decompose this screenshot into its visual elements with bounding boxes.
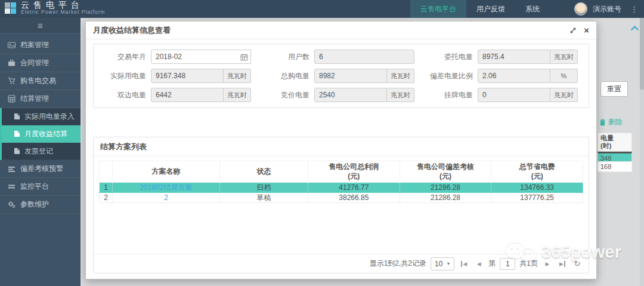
page-size-select[interactable]: 10 ▼ bbox=[431, 257, 454, 270]
chevron-down-icon: ▼ bbox=[446, 262, 450, 266]
nav-item-user-feedback[interactable]: 用户反馈 bbox=[466, 0, 515, 18]
deviation-ratio-input[interactable] bbox=[478, 69, 550, 83]
account-name[interactable]: 演示账号 bbox=[593, 4, 621, 14]
unit-addon: 兆瓦时 bbox=[550, 88, 578, 102]
sidebar-item-label: 档案管理 bbox=[20, 40, 49, 50]
overflow-menu-icon[interactable]: ⋮ bbox=[627, 5, 642, 14]
document-icon bbox=[14, 113, 20, 120]
column-unit: (元) bbox=[493, 172, 581, 182]
page-scrollbar[interactable] bbox=[640, 18, 644, 286]
sidebar-item-label: 结算管理 bbox=[20, 94, 49, 104]
next-page-button[interactable]: ▶ bbox=[542, 258, 553, 270]
status-cell: 草稿 bbox=[220, 193, 308, 203]
delete-button[interactable]: 删除 bbox=[599, 117, 623, 127]
refresh-icon: ↻ bbox=[574, 259, 581, 268]
sidebar-item-label: 月度收益结算 bbox=[24, 129, 67, 139]
nav-item-system[interactable]: 系统 bbox=[515, 0, 550, 18]
archive-icon bbox=[8, 41, 16, 49]
monthly-settlement-view-modal: 月度收益结算信息查看 × 交易年月 bbox=[85, 21, 597, 279]
field-listed-power: 挂牌电量 兆瓦时 bbox=[423, 88, 586, 102]
header-fragment-line2: (时) bbox=[600, 142, 629, 150]
settlement-submenu: 实际用电量录入 月度收益结算 发票登记 bbox=[0, 108, 80, 160]
sidebar-item-label: 购售电交易 bbox=[20, 76, 56, 86]
actual-usage-input[interactable] bbox=[151, 69, 224, 83]
bidding-power-input[interactable] bbox=[314, 88, 387, 102]
table-header-row: 方案名称 状态 售电公司总利润 (元) 售电公司偏差考核 (元) bbox=[100, 161, 583, 183]
sidebar-item-parameter-maintenance[interactable]: 参数维护 bbox=[0, 196, 80, 214]
trade-month-input[interactable] bbox=[151, 50, 251, 64]
prev-page-icon: ◀ bbox=[477, 261, 481, 267]
table-row[interactable]: 1 201802结算方案 归档 41276.77 21286.28 134766… bbox=[100, 183, 583, 193]
sidebar-item-archive-management[interactable]: 档案管理 bbox=[0, 36, 80, 54]
deviation-cell: 21286.28 bbox=[400, 183, 491, 193]
bilateral-power-input[interactable] bbox=[151, 88, 224, 102]
sidebar-item-contract-management[interactable]: 合同管理 bbox=[0, 54, 80, 72]
modal-tools: × bbox=[569, 26, 589, 35]
brand-text: 云售电平台 Eletric Power Market Platform bbox=[21, 1, 105, 15]
list-bars-icon bbox=[8, 165, 16, 173]
field-label: 挂牌电量 bbox=[423, 90, 478, 100]
next-page-icon: ▶ bbox=[546, 261, 550, 267]
field-label: 实际用电量 bbox=[96, 71, 151, 81]
first-page-button[interactable]: ◀ bbox=[459, 258, 469, 270]
modal-body: 交易年月 用户数 bbox=[86, 39, 596, 279]
column-label: 总节省电费 bbox=[493, 162, 581, 172]
last-page-icon: ▶ bbox=[559, 261, 565, 267]
listed-power-input[interactable] bbox=[478, 88, 550, 102]
reset-button[interactable]: 重置 bbox=[600, 81, 628, 97]
panel-collapse-chevron-up-icon[interactable] bbox=[631, 25, 638, 32]
calculator-grid-icon bbox=[8, 95, 16, 103]
field-bilateral-power: 双边电量 兆瓦时 bbox=[96, 88, 259, 102]
gears-icon bbox=[8, 201, 16, 208]
document-icon bbox=[14, 147, 20, 155]
plan-link[interactable]: 201802结算方案 bbox=[140, 183, 192, 192]
scrollbar-thumb[interactable] bbox=[640, 18, 644, 90]
sidebar-item-settlement-management[interactable]: 结算管理 bbox=[0, 90, 80, 108]
brand-title: 云售电平台 bbox=[21, 1, 105, 10]
unit-addon: 兆瓦时 bbox=[224, 88, 251, 102]
column-unit: (元) bbox=[402, 172, 490, 182]
page-size-value: 10 bbox=[435, 260, 442, 268]
sidebar-item-actual-usage-entry[interactable]: 实际用电量录入 bbox=[2, 108, 80, 125]
field-label: 委托电量 bbox=[423, 52, 478, 62]
sidebar-item-invoice-registration[interactable]: 发票登记 bbox=[2, 143, 80, 160]
column-deviation-assessment[interactable]: 售电公司偏差考核 (元) bbox=[400, 161, 491, 183]
sidebar-item-power-trading[interactable]: 购售电交易 bbox=[0, 72, 80, 90]
column-plan-name[interactable]: 方案名称 bbox=[113, 161, 220, 183]
user-count-input[interactable] bbox=[314, 50, 414, 64]
nav-item-cloud-power-platform[interactable]: 云售电平台 bbox=[410, 0, 466, 18]
brand: 云售电平台 Eletric Power Market Platform bbox=[5, 1, 105, 15]
row-index: 2 bbox=[100, 193, 113, 203]
table-row[interactable]: 2 2 草稿 38266.85 21286.28 137776.25 bbox=[100, 193, 583, 203]
sidebar-item-monitoring-platform[interactable]: 监控平台 bbox=[0, 178, 80, 196]
sidebar-item-label: 监控平台 bbox=[20, 182, 49, 192]
expand-icon[interactable] bbox=[569, 27, 577, 34]
app-root: 云售电平台 Eletric Power Market Platform 云售电平… bbox=[0, 0, 644, 286]
field-label: 总购电量 bbox=[259, 71, 314, 81]
close-icon[interactable]: × bbox=[584, 26, 589, 35]
plan-link[interactable]: 2 bbox=[164, 193, 168, 202]
background-row-fragment: 168 bbox=[597, 162, 632, 172]
page-number-input[interactable] bbox=[500, 258, 515, 270]
entrusted-power-input[interactable] bbox=[478, 50, 550, 64]
background-table-fragment: 电量 (时) 348 168 bbox=[597, 133, 632, 172]
column-status[interactable]: 状态 bbox=[220, 161, 308, 183]
refresh-button[interactable]: ↻ bbox=[572, 258, 583, 270]
last-page-button[interactable]: ▶ bbox=[557, 258, 568, 270]
trash-icon bbox=[599, 119, 606, 126]
sidebar-item-deviation-warning[interactable]: 偏差考核预警 bbox=[0, 160, 80, 178]
total-purchased-input[interactable] bbox=[314, 69, 387, 83]
deviation-cell: 21286.28 bbox=[400, 193, 491, 203]
unit-addon: % bbox=[550, 69, 578, 83]
prev-page-button[interactable]: ◀ bbox=[473, 258, 484, 270]
user-avatar[interactable] bbox=[574, 2, 587, 16]
account-area: 演示账号 ⋮ bbox=[574, 0, 642, 18]
sidebar-collapse-toggle[interactable]: ≡ bbox=[0, 18, 80, 33]
top-navbar: 云售电平台 Eletric Power Market Platform 云售电平… bbox=[0, 0, 644, 18]
column-total-profit[interactable]: 售电公司总利润 (元) bbox=[308, 161, 400, 183]
sidebar-item-monthly-revenue-settlement[interactable]: 月度收益结算 bbox=[2, 125, 80, 143]
calendar-icon[interactable] bbox=[240, 53, 248, 63]
column-total-saved[interactable]: 总节省电费 (元) bbox=[491, 161, 583, 183]
header-fragment-line1: 电量 bbox=[600, 134, 629, 142]
cart-icon bbox=[8, 77, 16, 85]
